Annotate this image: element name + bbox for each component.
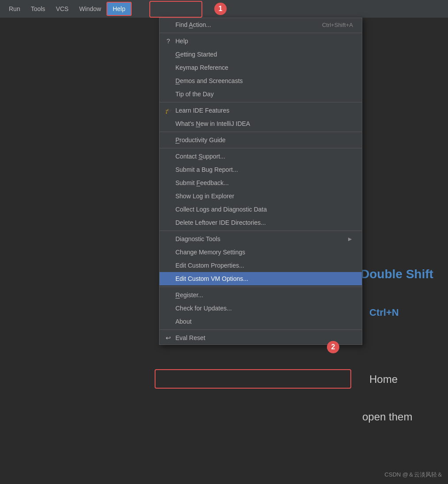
menu-help[interactable]: ? Help <box>159 34 362 48</box>
menu-getting-started-label: Getting Started <box>175 51 217 58</box>
menu-tip-of-day[interactable]: Tip of the Day <box>159 87 362 101</box>
menu-delete-leftover[interactable]: Delete Leftover IDE Directories... <box>159 216 362 229</box>
bg-double-shift: Double Shift <box>361 267 433 281</box>
menu-diagnostic-tools[interactable]: Diagnostic Tools ► <box>159 232 362 246</box>
bg-open-them: open them <box>362 411 412 423</box>
menu-submit-feedback[interactable]: Submit Feedback... <box>159 176 362 189</box>
menu-register[interactable]: Register... <box>159 288 362 302</box>
annotation-badge-1: 1 <box>214 3 227 15</box>
menubar-run-label: Run <box>9 5 20 12</box>
menu-contact-support-label: Contact Support... <box>175 153 225 160</box>
menubar-tools[interactable]: Tools <box>26 3 51 15</box>
menu-whats-new[interactable]: What's New in IntelliJ IDEA <box>159 117 362 130</box>
menu-eval-reset-label: Eval Reset <box>175 334 205 341</box>
menubar-window-label: Window <box>79 5 101 12</box>
menu-register-label: Register... <box>175 291 203 299</box>
menubar-tools-label: Tools <box>31 5 46 12</box>
menu-change-memory-label: Change Memory Settings <box>175 249 245 256</box>
menu-about[interactable]: About <box>159 315 362 328</box>
eval-reset-icon: ↩ <box>164 334 173 341</box>
separator-2 <box>159 132 362 132</box>
menu-productivity-guide[interactable]: Productivity Guide <box>159 133 362 147</box>
menu-show-log[interactable]: Show Log in Explorer <box>159 189 362 203</box>
menu-tip-of-day-label: Tip of the Day <box>175 91 214 98</box>
menu-getting-started[interactable]: Getting Started <box>159 48 362 61</box>
menu-find-action-label: Find Action... <box>175 21 211 28</box>
menu-show-log-label: Show Log in Explorer <box>175 193 234 200</box>
question-icon: ? <box>164 38 173 45</box>
menubar-window[interactable]: Window <box>74 3 106 15</box>
menu-productivity-guide-label: Productivity Guide <box>175 136 226 144</box>
menu-edit-custom-props[interactable]: Edit Custom Properties... <box>159 259 362 272</box>
help-dropdown-menu: Find Action... Ctrl+Shift+A ? Help Getti… <box>159 18 362 345</box>
menubar-vcs[interactable]: VCS <box>50 3 74 15</box>
menu-find-action[interactable]: Find Action... Ctrl+Shift+A <box>159 18 362 31</box>
menubar-help[interactable]: Help <box>106 2 132 16</box>
annotation-box-vm-options <box>155 369 351 389</box>
menu-whats-new-label: What's New in IntelliJ IDEA <box>175 120 250 127</box>
bg-ctrl-n: Ctrl+N <box>369 307 399 318</box>
separator-4 <box>159 231 362 231</box>
separator-6 <box>159 329 362 330</box>
menubar-run[interactable]: Run <box>4 3 26 15</box>
menu-demos[interactable]: Demos and Screencasts <box>159 74 362 87</box>
bg-home: Home <box>369 373 398 386</box>
menu-keymap-reference[interactable]: Keymap Reference <box>159 61 362 74</box>
menu-diagnostic-tools-label: Diagnostic Tools <box>175 235 220 242</box>
menu-submit-feedback-label: Submit Feedback... <box>175 179 229 186</box>
menubar-help-label: Help <box>113 5 125 12</box>
menu-change-memory[interactable]: Change Memory Settings <box>159 246 362 259</box>
diagnostic-tools-arrow-icon: ► <box>347 235 353 242</box>
menu-keymap-reference-label: Keymap Reference <box>175 64 228 71</box>
menu-collect-logs[interactable]: Collect Logs and Diagnostic Data <box>159 203 362 216</box>
separator-1 <box>159 102 362 102</box>
menubar-vcs-label: VCS <box>56 5 68 12</box>
menu-check-updates[interactable]: Check for Updates... <box>159 302 362 315</box>
separator-5 <box>159 287 362 287</box>
menu-find-action-shortcut: Ctrl+Shift+A <box>304 22 353 28</box>
menu-submit-bug-label: Submit a Bug Report... <box>175 166 238 173</box>
menu-edit-custom-vm[interactable]: Edit Custom VM Options... <box>159 272 362 285</box>
menu-edit-custom-props-label: Edit Custom Properties... <box>175 262 244 269</box>
menu-contact-support[interactable]: Contact Support... <box>159 150 362 163</box>
annotation-badge-2: 2 <box>327 341 339 353</box>
menu-learn-ide-label: Learn IDE Features <box>175 107 229 114</box>
menu-demos-label: Demos and Screencasts <box>175 77 243 84</box>
menu-about-label: About <box>175 318 192 325</box>
menu-submit-bug[interactable]: Submit a Bug Report... <box>159 163 362 176</box>
separator-3 <box>159 148 362 148</box>
learn-icon: 🎓 <box>164 107 173 114</box>
watermark: CSDN @＆云淡风轻＆ <box>384 471 443 479</box>
menu-edit-custom-vm-label: Edit Custom VM Options... <box>175 275 248 282</box>
menu-learn-ide[interactable]: 🎓 Learn IDE Features <box>159 104 362 117</box>
menu-help-label: Help <box>175 38 188 45</box>
menu-collect-logs-label: Collect Logs and Diagnostic Data <box>175 206 267 213</box>
menu-delete-leftover-label: Delete Leftover IDE Directories... <box>175 219 266 226</box>
menu-check-updates-label: Check for Updates... <box>175 305 232 312</box>
separator-0 <box>159 33 362 33</box>
